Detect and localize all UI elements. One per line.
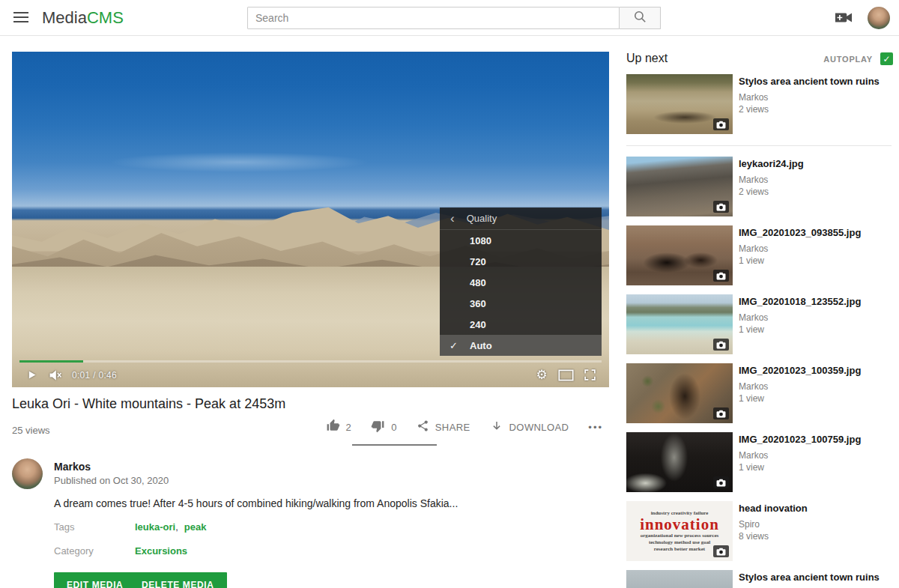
camera-icon	[713, 545, 729, 557]
autoplay-checkbox[interactable]: ✓	[880, 52, 893, 65]
logo[interactable]: MediaCMS	[42, 8, 124, 28]
related-video-views: 1 view	[739, 393, 893, 404]
fullscreen-icon[interactable]	[578, 363, 602, 387]
category-label: Category	[54, 545, 94, 557]
list-item: IMG_20201023_100759.jpg Markos 1 view	[626, 432, 893, 492]
search-icon	[633, 10, 647, 27]
download-label: DOWNLOAD	[509, 422, 569, 433]
related-video-title[interactable]: IMG_20201023_100359.jpg	[739, 364, 893, 377]
video-thumbnail[interactable]	[626, 225, 733, 285]
author-avatar[interactable]	[12, 458, 43, 489]
edit-media-button[interactable]: EDIT MEDIA	[54, 572, 136, 588]
author-name[interactable]: Markos	[54, 461, 91, 473]
menu-icon[interactable]	[13, 12, 28, 25]
share-label: SHARE	[435, 422, 470, 433]
related-video-author[interactable]: Markos	[739, 243, 893, 254]
quality-option-720[interactable]: 720	[440, 251, 602, 272]
list-item: leykaori24.jpg Markos 2 views	[626, 157, 893, 216]
camera-icon	[713, 270, 729, 282]
mute-icon[interactable]	[43, 363, 67, 387]
related-video-title[interactable]: IMG_20201018_123552.jpg	[739, 295, 893, 308]
quality-menu-header[interactable]: ‹ Quality	[440, 207, 602, 230]
search-bar	[247, 7, 661, 29]
related-video-title[interactable]: Stylos area ancient town ruins	[739, 75, 893, 88]
download-icon	[490, 419, 503, 435]
share-button[interactable]: SHARE	[417, 419, 470, 434]
logo-media: Media	[42, 8, 87, 27]
related-video-author[interactable]: Markos	[739, 92, 893, 103]
view-count: 25 views	[12, 425, 50, 436]
related-video-views: 2 views	[739, 104, 893, 115]
like-button[interactable]: 2	[326, 419, 352, 435]
check-icon: ✓	[883, 54, 890, 64]
related-video-title[interactable]: IMG_20201023_093855.jpg	[739, 226, 893, 239]
video-thumbnail[interactable]	[626, 157, 733, 216]
video-player[interactable]: ‹ Quality 1080 720 480 360 240 ✓ Auto 0:…	[12, 52, 609, 387]
video-thumbnail[interactable]	[626, 570, 733, 588]
related-video-title[interactable]: IMG_20201023_100759.jpg	[739, 433, 893, 446]
published-date: Published on Oct 30, 2020	[54, 475, 169, 486]
download-button[interactable]: DOWNLOAD	[490, 419, 569, 435]
tag-link-peak[interactable]: peak	[184, 521, 207, 533]
camera-icon	[713, 118, 729, 130]
related-video-author[interactable]: Markos	[739, 312, 893, 323]
camera-icon	[713, 201, 729, 213]
page-title: Leuka Ori - White mountains - Peak at 24…	[12, 396, 536, 412]
up-next-title: Up next	[626, 52, 668, 65]
video-frame-cloud	[108, 152, 371, 172]
video-thumbnail[interactable]	[626, 294, 733, 354]
tags-label: Tags	[54, 521, 74, 533]
video-thumbnail[interactable]	[626, 363, 733, 423]
autoplay-control: AUTOPLAY ✓	[823, 52, 893, 65]
search-input[interactable]	[247, 7, 620, 29]
related-video-author[interactable]: Markos	[739, 381, 893, 392]
delete-media-button[interactable]: DELETE MEDIA	[129, 572, 227, 588]
category-link[interactable]: Excursions	[135, 545, 187, 557]
tag-link-leuka-ori[interactable]: leuka-ori	[135, 521, 175, 533]
related-video-views: 1 view	[739, 324, 893, 335]
list-item: Stylos area ancient town ruins	[626, 570, 893, 588]
quality-option-auto[interactable]: ✓ Auto	[440, 335, 602, 356]
autoplay-label: AUTOPLAY	[823, 55, 873, 64]
camera-icon	[713, 339, 729, 351]
related-video-author[interactable]: Markos	[739, 175, 893, 185]
quality-option-240[interactable]: 240	[440, 314, 602, 335]
player-controls: 0:01 / 0:46 ⚙	[12, 363, 609, 387]
search-button[interactable]	[620, 7, 661, 29]
top-bar: MediaCMS	[0, 0, 899, 36]
video-thumbnail[interactable]	[626, 74, 733, 134]
share-icon	[417, 419, 429, 434]
thumbs-up-icon	[326, 419, 340, 435]
settings-gear-icon[interactable]: ⚙	[530, 363, 554, 387]
related-video-views: 2 views	[739, 187, 893, 197]
action-bar: 2 0 SHARE DOWNLOAD •••	[326, 419, 604, 435]
video-thumbnail[interactable]	[626, 432, 733, 492]
upload-media-icon[interactable]	[835, 11, 853, 27]
related-video-title[interactable]: head inovation	[739, 502, 893, 515]
list-item: industry creativity failure innovation o…	[626, 501, 893, 561]
related-video-title[interactable]: leykaori24.jpg	[739, 157, 893, 170]
theater-mode-icon[interactable]	[554, 363, 578, 387]
dislike-count: 0	[391, 422, 397, 433]
related-video-author[interactable]: Markos	[739, 450, 893, 461]
more-actions-icon[interactable]: •••	[588, 422, 603, 433]
up-next-sidebar: Up next AUTOPLAY ✓ Stylos area ancient t…	[626, 0, 893, 588]
camera-icon	[713, 476, 729, 488]
related-video-title[interactable]: Stylos area ancient town ruins	[739, 571, 893, 584]
quality-menu-title: Quality	[467, 213, 497, 224]
rating-bar	[352, 444, 437, 446]
dislike-button[interactable]: 0	[371, 419, 397, 435]
tag-separator: ,	[175, 521, 178, 533]
play-button[interactable]	[19, 363, 43, 387]
back-chevron-icon: ‹	[450, 212, 455, 225]
list-item: IMG_20201023_100359.jpg Markos 1 view	[626, 363, 893, 423]
quality-option-480[interactable]: 480	[440, 272, 602, 293]
list-item: IMG_20201018_123552.jpg Markos 1 view	[626, 294, 893, 354]
related-video-author[interactable]: Spiro	[739, 519, 893, 530]
related-video-views: 8 views	[739, 531, 893, 542]
quality-option-1080[interactable]: 1080	[440, 230, 602, 251]
quality-option-360[interactable]: 360	[440, 293, 602, 314]
tags-list: leuka-ori,peak	[135, 521, 206, 533]
user-avatar[interactable]	[868, 7, 890, 29]
video-thumbnail[interactable]: industry creativity failure innovation o…	[626, 501, 733, 561]
